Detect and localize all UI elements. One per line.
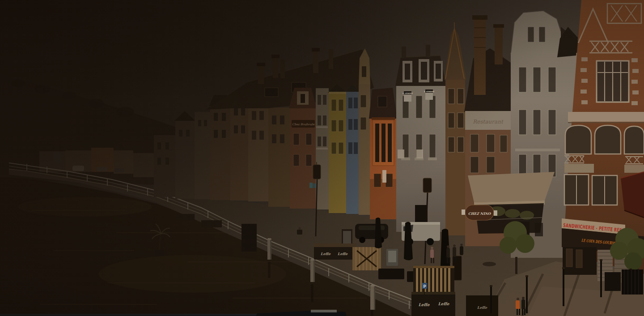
hero-photo: Chez Bouboule (0, 0, 644, 316)
riverside-scene: Chez Bouboule (0, 0, 644, 316)
darkening-overlay (0, 0, 644, 316)
